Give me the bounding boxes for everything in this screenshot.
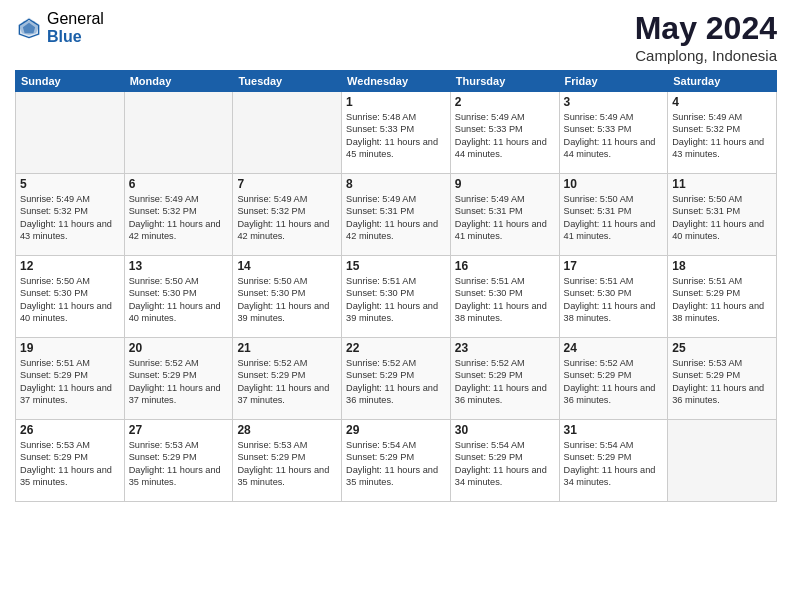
day-info: Sunrise: 5:51 AMSunset: 5:30 PMDaylight:…	[346, 275, 446, 325]
logo-text: General Blue	[47, 10, 104, 45]
day-info: Sunrise: 5:49 AMSunset: 5:32 PMDaylight:…	[672, 111, 772, 161]
header-row: SundayMondayTuesdayWednesdayThursdayFrid…	[16, 71, 777, 92]
day-info: Sunrise: 5:52 AMSunset: 5:29 PMDaylight:…	[346, 357, 446, 407]
calendar-cell	[16, 92, 125, 174]
day-info: Sunrise: 5:53 AMSunset: 5:29 PMDaylight:…	[237, 439, 337, 489]
day-number: 13	[129, 259, 229, 273]
day-info: Sunrise: 5:53 AMSunset: 5:29 PMDaylight:…	[672, 357, 772, 407]
day-number: 6	[129, 177, 229, 191]
title-area: May 2024 Camplong, Indonesia	[635, 10, 777, 64]
day-number: 24	[564, 341, 664, 355]
day-number: 19	[20, 341, 120, 355]
calendar-cell: 20Sunrise: 5:52 AMSunset: 5:29 PMDayligh…	[124, 338, 233, 420]
day-number: 3	[564, 95, 664, 109]
calendar-cell	[124, 92, 233, 174]
calendar-cell: 15Sunrise: 5:51 AMSunset: 5:30 PMDayligh…	[342, 256, 451, 338]
week-row-1: 1Sunrise: 5:48 AMSunset: 5:33 PMDaylight…	[16, 92, 777, 174]
calendar-cell: 22Sunrise: 5:52 AMSunset: 5:29 PMDayligh…	[342, 338, 451, 420]
day-number: 26	[20, 423, 120, 437]
calendar-cell: 26Sunrise: 5:53 AMSunset: 5:29 PMDayligh…	[16, 420, 125, 502]
day-number: 17	[564, 259, 664, 273]
page: General Blue May 2024 Camplong, Indonesi…	[0, 0, 792, 612]
day-number: 2	[455, 95, 555, 109]
logo: General Blue	[15, 10, 104, 45]
day-number: 30	[455, 423, 555, 437]
day-info: Sunrise: 5:54 AMSunset: 5:29 PMDaylight:…	[564, 439, 664, 489]
day-info: Sunrise: 5:52 AMSunset: 5:29 PMDaylight:…	[564, 357, 664, 407]
week-row-4: 19Sunrise: 5:51 AMSunset: 5:29 PMDayligh…	[16, 338, 777, 420]
day-info: Sunrise: 5:48 AMSunset: 5:33 PMDaylight:…	[346, 111, 446, 161]
day-number: 12	[20, 259, 120, 273]
day-number: 23	[455, 341, 555, 355]
calendar-cell: 3Sunrise: 5:49 AMSunset: 5:33 PMDaylight…	[559, 92, 668, 174]
calendar-cell: 21Sunrise: 5:52 AMSunset: 5:29 PMDayligh…	[233, 338, 342, 420]
day-number: 8	[346, 177, 446, 191]
day-info: Sunrise: 5:50 AMSunset: 5:30 PMDaylight:…	[237, 275, 337, 325]
calendar-cell: 18Sunrise: 5:51 AMSunset: 5:29 PMDayligh…	[668, 256, 777, 338]
calendar-cell: 11Sunrise: 5:50 AMSunset: 5:31 PMDayligh…	[668, 174, 777, 256]
day-info: Sunrise: 5:50 AMSunset: 5:31 PMDaylight:…	[672, 193, 772, 243]
day-number: 27	[129, 423, 229, 437]
day-info: Sunrise: 5:50 AMSunset: 5:31 PMDaylight:…	[564, 193, 664, 243]
calendar-cell: 14Sunrise: 5:50 AMSunset: 5:30 PMDayligh…	[233, 256, 342, 338]
day-header-saturday: Saturday	[668, 71, 777, 92]
day-number: 7	[237, 177, 337, 191]
calendar-cell: 4Sunrise: 5:49 AMSunset: 5:32 PMDaylight…	[668, 92, 777, 174]
day-info: Sunrise: 5:53 AMSunset: 5:29 PMDaylight:…	[129, 439, 229, 489]
calendar-cell: 30Sunrise: 5:54 AMSunset: 5:29 PMDayligh…	[450, 420, 559, 502]
day-number: 21	[237, 341, 337, 355]
day-number: 25	[672, 341, 772, 355]
calendar-cell: 7Sunrise: 5:49 AMSunset: 5:32 PMDaylight…	[233, 174, 342, 256]
day-info: Sunrise: 5:49 AMSunset: 5:31 PMDaylight:…	[346, 193, 446, 243]
day-info: Sunrise: 5:49 AMSunset: 5:31 PMDaylight:…	[455, 193, 555, 243]
calendar-cell: 12Sunrise: 5:50 AMSunset: 5:30 PMDayligh…	[16, 256, 125, 338]
day-info: Sunrise: 5:52 AMSunset: 5:29 PMDaylight:…	[237, 357, 337, 407]
day-number: 22	[346, 341, 446, 355]
month-title: May 2024	[635, 10, 777, 47]
calendar-cell: 29Sunrise: 5:54 AMSunset: 5:29 PMDayligh…	[342, 420, 451, 502]
day-number: 14	[237, 259, 337, 273]
day-info: Sunrise: 5:50 AMSunset: 5:30 PMDaylight:…	[20, 275, 120, 325]
calendar-cell: 28Sunrise: 5:53 AMSunset: 5:29 PMDayligh…	[233, 420, 342, 502]
day-info: Sunrise: 5:51 AMSunset: 5:30 PMDaylight:…	[564, 275, 664, 325]
day-number: 18	[672, 259, 772, 273]
logo-general: General	[47, 10, 104, 28]
logo-blue: Blue	[47, 28, 104, 46]
day-info: Sunrise: 5:52 AMSunset: 5:29 PMDaylight:…	[455, 357, 555, 407]
calendar-cell: 17Sunrise: 5:51 AMSunset: 5:30 PMDayligh…	[559, 256, 668, 338]
calendar-cell: 19Sunrise: 5:51 AMSunset: 5:29 PMDayligh…	[16, 338, 125, 420]
day-info: Sunrise: 5:51 AMSunset: 5:29 PMDaylight:…	[672, 275, 772, 325]
day-header-friday: Friday	[559, 71, 668, 92]
calendar-cell: 10Sunrise: 5:50 AMSunset: 5:31 PMDayligh…	[559, 174, 668, 256]
week-row-5: 26Sunrise: 5:53 AMSunset: 5:29 PMDayligh…	[16, 420, 777, 502]
day-header-thursday: Thursday	[450, 71, 559, 92]
week-row-3: 12Sunrise: 5:50 AMSunset: 5:30 PMDayligh…	[16, 256, 777, 338]
logo-icon	[15, 14, 43, 42]
calendar-table: SundayMondayTuesdayWednesdayThursdayFrid…	[15, 70, 777, 502]
day-number: 4	[672, 95, 772, 109]
day-info: Sunrise: 5:49 AMSunset: 5:33 PMDaylight:…	[564, 111, 664, 161]
day-info: Sunrise: 5:50 AMSunset: 5:30 PMDaylight:…	[129, 275, 229, 325]
day-info: Sunrise: 5:51 AMSunset: 5:30 PMDaylight:…	[455, 275, 555, 325]
day-info: Sunrise: 5:49 AMSunset: 5:32 PMDaylight:…	[237, 193, 337, 243]
week-row-2: 5Sunrise: 5:49 AMSunset: 5:32 PMDaylight…	[16, 174, 777, 256]
calendar-cell: 1Sunrise: 5:48 AMSunset: 5:33 PMDaylight…	[342, 92, 451, 174]
day-header-sunday: Sunday	[16, 71, 125, 92]
day-number: 5	[20, 177, 120, 191]
calendar-cell: 16Sunrise: 5:51 AMSunset: 5:30 PMDayligh…	[450, 256, 559, 338]
day-header-monday: Monday	[124, 71, 233, 92]
day-number: 1	[346, 95, 446, 109]
calendar-cell: 13Sunrise: 5:50 AMSunset: 5:30 PMDayligh…	[124, 256, 233, 338]
header: General Blue May 2024 Camplong, Indonesi…	[15, 10, 777, 64]
calendar-cell	[668, 420, 777, 502]
calendar-cell: 9Sunrise: 5:49 AMSunset: 5:31 PMDaylight…	[450, 174, 559, 256]
day-number: 15	[346, 259, 446, 273]
day-info: Sunrise: 5:51 AMSunset: 5:29 PMDaylight:…	[20, 357, 120, 407]
calendar-cell: 31Sunrise: 5:54 AMSunset: 5:29 PMDayligh…	[559, 420, 668, 502]
calendar-cell: 2Sunrise: 5:49 AMSunset: 5:33 PMDaylight…	[450, 92, 559, 174]
day-info: Sunrise: 5:52 AMSunset: 5:29 PMDaylight:…	[129, 357, 229, 407]
day-number: 10	[564, 177, 664, 191]
day-header-tuesday: Tuesday	[233, 71, 342, 92]
day-info: Sunrise: 5:53 AMSunset: 5:29 PMDaylight:…	[20, 439, 120, 489]
day-header-wednesday: Wednesday	[342, 71, 451, 92]
